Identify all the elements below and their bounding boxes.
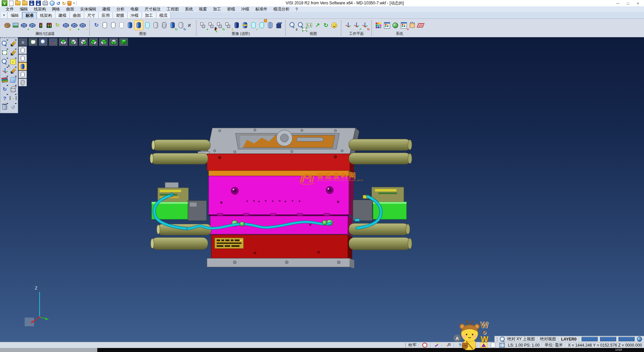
view-mode-label[interactable]: 绝对 XY 上视图 bbox=[507, 336, 535, 342]
view-zoom-window-icon[interactable] bbox=[29, 38, 38, 46]
hatch-display-icon[interactable] bbox=[160, 20, 168, 30]
undo-tool-icon[interactable]: ↺ bbox=[9, 103, 17, 112]
display-settings-icon[interactable] bbox=[185, 20, 194, 30]
mold-3d-model[interactable] bbox=[0, 37, 644, 342]
latch-assembly-right[interactable] bbox=[353, 187, 407, 228]
solid-stripe-display-icon[interactable] bbox=[241, 20, 249, 30]
zoom-window-icon[interactable] bbox=[297, 20, 305, 30]
zoom-extents-icon[interactable]: ± bbox=[1, 57, 9, 66]
import-file-icon[interactable] bbox=[22, 1, 28, 5]
purge-tool-icon[interactable] bbox=[1, 103, 9, 112]
menu-item[interactable]: 线架构 bbox=[31, 6, 49, 12]
solid-view-cube-icon[interactable] bbox=[274, 20, 283, 30]
hide-all-icon[interactable]: − bbox=[78, 20, 87, 30]
lock-toggle-label[interactable]: 栓牢 bbox=[408, 342, 416, 348]
menu-item[interactable]: 系统 bbox=[182, 6, 196, 12]
menu-item[interactable]: 实体编辑 bbox=[77, 6, 99, 12]
cavity-block[interactable] bbox=[209, 176, 354, 217]
snap-toggle-icon[interactable] bbox=[421, 343, 428, 348]
ucs-tool-icon[interactable] bbox=[1, 67, 9, 75]
save-as-icon[interactable] bbox=[36, 1, 41, 6]
workplane-set-icon[interactable]: ↗ bbox=[352, 20, 361, 30]
layer-color-bar[interactable] bbox=[600, 337, 616, 341]
invert-visibility-icon[interactable]: ↻ bbox=[53, 20, 62, 30]
status-help-icon[interactable]: ? bbox=[457, 343, 463, 348]
translucent-display-icon[interactable] bbox=[143, 20, 152, 30]
confirm-checkbox-icon[interactable]: ✓ bbox=[9, 57, 17, 66]
menu-item[interactable]: 塑模 bbox=[224, 6, 238, 12]
base-plate[interactable] bbox=[207, 258, 354, 268]
tab[interactable]: 建模 bbox=[55, 12, 70, 18]
zoom-tool-icon[interactable] bbox=[1, 39, 9, 48]
tab-dropdown-icon[interactable]: ▼ bbox=[1, 12, 8, 18]
image-filter-icon[interactable] bbox=[11, 20, 20, 30]
layers-palette-icon[interactable] bbox=[1, 76, 9, 84]
advanced-toggle-icon[interactable]: ± bbox=[224, 20, 232, 30]
view-top-icon[interactable] bbox=[59, 38, 68, 46]
measure-tool-icon[interactable]: ↔ bbox=[9, 94, 17, 102]
menu-item[interactable]: 尺寸标注 bbox=[142, 6, 164, 12]
window-close-icon[interactable]: × bbox=[399, 20, 408, 30]
style-filter-icon[interactable] bbox=[3, 20, 11, 30]
spline-tool-icon[interactable] bbox=[9, 67, 17, 75]
search-icon[interactable] bbox=[500, 337, 505, 342]
redo-icon[interactable]: ↻ bbox=[62, 1, 66, 6]
hide-restore-icon[interactable]: − bbox=[28, 20, 37, 30]
web-tools-icon[interactable] bbox=[391, 20, 399, 30]
absolute-view-label[interactable]: 绝对视图 bbox=[540, 336, 556, 342]
advanced-add-icon[interactable]: + bbox=[199, 20, 207, 30]
top-clamp-plate[interactable] bbox=[196, 128, 359, 157]
menu-item[interactable]: 建模 bbox=[99, 6, 113, 12]
zoom-scale-icon[interactable]: 1:1 bbox=[305, 20, 313, 30]
assistant-badge[interactable]: A bbox=[453, 335, 461, 342]
new-file-icon[interactable] bbox=[9, 1, 13, 6]
os-taskbar[interactable]: 1418 bbox=[0, 348, 644, 352]
strip-hatch-icon[interactable] bbox=[18, 79, 27, 86]
maximize-button[interactable]: □ bbox=[623, 1, 633, 5]
redraw-icon[interactable]: ↻ bbox=[92, 20, 101, 30]
copy-display-icon[interactable]: ↻ bbox=[177, 20, 185, 30]
strip-shaded-icon[interactable] bbox=[18, 62, 27, 70]
help-tool-icon[interactable]: ? bbox=[1, 94, 9, 102]
graphics-viewport[interactable]: Z ± ✓ ↻ ? ↔ ↺ ≡ bbox=[0, 37, 644, 342]
tab[interactable]: 模流 bbox=[156, 12, 171, 18]
window-tile-icon[interactable] bbox=[499, 343, 505, 348]
strip-hidden-line-icon[interactable] bbox=[18, 54, 27, 62]
tab[interactable]: 加工 bbox=[142, 12, 156, 18]
curve-edit-icon[interactable] bbox=[9, 48, 17, 57]
validate-solid-icon[interactable]: ✓ bbox=[249, 20, 258, 30]
view-bottom-icon[interactable] bbox=[109, 38, 118, 46]
layer-color-bar[interactable] bbox=[582, 337, 598, 341]
hidden-dashed-display-icon[interactable] bbox=[117, 20, 126, 30]
view-axis-icon[interactable] bbox=[49, 38, 58, 46]
window-select-icon[interactable] bbox=[1, 48, 9, 57]
workplane-align-icon[interactable]: ↻ bbox=[361, 20, 369, 30]
undo-icon[interactable]: ↺ bbox=[56, 1, 60, 6]
menu-item[interactable]: 曲面 bbox=[63, 6, 77, 12]
shading-mode-icon[interactable] bbox=[480, 342, 487, 348]
show-all-icon[interactable]: + bbox=[70, 20, 78, 30]
globe-icon[interactable] bbox=[637, 337, 642, 342]
save-icon[interactable] bbox=[29, 1, 34, 6]
tab[interactable]: 应用 bbox=[99, 12, 113, 18]
menu-item[interactable]: 冲模 bbox=[238, 6, 252, 12]
tab[interactable]: 尺寸 bbox=[84, 12, 99, 18]
color-table-icon[interactable] bbox=[374, 20, 383, 30]
flat-shaded-display-icon[interactable] bbox=[152, 20, 160, 30]
shaded-edges-display-icon[interactable] bbox=[134, 20, 143, 30]
sketch-edit-icon[interactable] bbox=[9, 39, 17, 48]
visibility-filter-all-icon[interactable] bbox=[45, 20, 53, 30]
view-iso-icon[interactable] bbox=[119, 38, 128, 46]
menu-item[interactable]: 电极 bbox=[127, 6, 142, 12]
glove-icon[interactable] bbox=[490, 343, 496, 348]
menu-item[interactable]: 标准件 bbox=[252, 6, 270, 12]
regenerate-solid-icon[interactable]: ↻ bbox=[168, 20, 177, 30]
tab[interactable]: 冲模 bbox=[127, 12, 142, 18]
menu-item[interactable]: ? bbox=[292, 7, 301, 12]
layer-label[interactable]: LAYER0 bbox=[561, 337, 577, 342]
strip-translucent-icon[interactable] bbox=[18, 71, 27, 78]
view-zoom-icon[interactable] bbox=[39, 38, 48, 46]
refresh-tool-icon[interactable]: ↻ bbox=[1, 85, 9, 93]
view-back-icon[interactable] bbox=[99, 38, 108, 46]
print-icon[interactable] bbox=[43, 1, 48, 5]
